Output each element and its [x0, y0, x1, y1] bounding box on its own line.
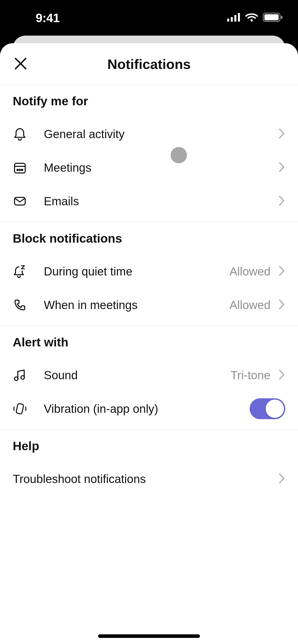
section-title: Alert with — [0, 326, 298, 354]
row-label: Troubleshoot notifications — [13, 472, 278, 486]
sheet-title: Notifications — [107, 56, 191, 72]
bell-icon — [13, 127, 27, 141]
chevron-right-icon — [278, 162, 285, 173]
row-label: General activity — [44, 127, 278, 141]
vibration-toggle[interactable] — [250, 398, 285, 419]
row-vibration: Vibration (in-app only) — [0, 392, 298, 426]
svg-point-14 — [22, 169, 23, 171]
vibration-icon — [13, 402, 27, 416]
svg-rect-6 — [264, 14, 279, 20]
chevron-right-icon — [278, 266, 285, 277]
status-bar: 9:41 — [0, 0, 298, 36]
row-general-activity[interactable]: General activity — [0, 117, 298, 151]
row-value: Tri-tone — [231, 368, 270, 382]
section-help: Help Troubleshoot notifications — [0, 430, 298, 496]
notifications-sheet: Notifications Notify me for General acti… — [0, 43, 298, 644]
phone-icon — [13, 298, 27, 312]
bell-snooze-icon — [13, 264, 27, 279]
row-meetings[interactable]: Meetings — [0, 151, 298, 184]
section-notify-me-for: Notify me for General activity Meetings — [0, 85, 298, 222]
status-icons — [227, 12, 283, 23]
svg-rect-7 — [281, 16, 282, 19]
chevron-right-icon — [278, 369, 285, 381]
row-emails[interactable]: Emails — [0, 184, 298, 218]
close-button[interactable] — [12, 55, 30, 73]
svg-rect-1 — [231, 17, 233, 22]
section-title: Notify me for — [0, 85, 298, 113]
home-indicator[interactable] — [98, 634, 200, 638]
row-value: Allowed — [229, 265, 270, 278]
row-value: Allowed — [229, 298, 270, 312]
wifi-icon — [245, 12, 258, 23]
battery-icon — [263, 13, 283, 23]
cellular-icon — [227, 13, 240, 23]
chevron-right-icon — [278, 128, 285, 140]
svg-rect-0 — [227, 19, 229, 22]
chevron-right-icon — [278, 473, 285, 485]
svg-point-12 — [17, 169, 18, 171]
section-title: Help — [0, 430, 298, 458]
row-troubleshoot[interactable]: Troubleshoot notifications — [0, 462, 298, 496]
svg-rect-15 — [15, 197, 25, 205]
toggle-knob — [266, 400, 284, 418]
chevron-right-icon — [278, 195, 285, 207]
svg-point-4 — [251, 19, 253, 22]
sheet-header: Notifications — [0, 43, 298, 85]
row-sound[interactable]: Sound Tri-tone — [0, 358, 298, 392]
row-when-in-meetings[interactable]: When in meetings Allowed — [0, 288, 298, 322]
row-quiet-time[interactable]: During quiet time Allowed — [0, 255, 298, 288]
svg-rect-2 — [234, 15, 236, 22]
svg-rect-3 — [238, 13, 240, 22]
music-note-icon — [13, 368, 27, 382]
svg-point-13 — [19, 169, 21, 171]
close-icon — [14, 57, 27, 71]
section-title: Block notifications — [0, 222, 298, 251]
row-label: Meetings — [44, 161, 278, 174]
row-label: Sound — [44, 368, 231, 382]
svg-rect-18 — [16, 403, 24, 414]
calendar-icon — [13, 160, 27, 175]
status-time: 9:41 — [18, 11, 60, 25]
row-label: When in meetings — [44, 298, 229, 312]
svg-rect-10 — [15, 163, 25, 173]
row-label: During quiet time — [44, 265, 229, 278]
row-label: Emails — [44, 194, 278, 208]
envelope-icon — [13, 194, 27, 208]
row-label: Vibration (in-app only) — [44, 402, 250, 416]
section-alert-with: Alert with Sound Tri-tone Vibration (in-… — [0, 326, 298, 430]
section-block-notifications: Block notifications During quiet time Al… — [0, 222, 298, 326]
chevron-right-icon — [278, 299, 285, 311]
